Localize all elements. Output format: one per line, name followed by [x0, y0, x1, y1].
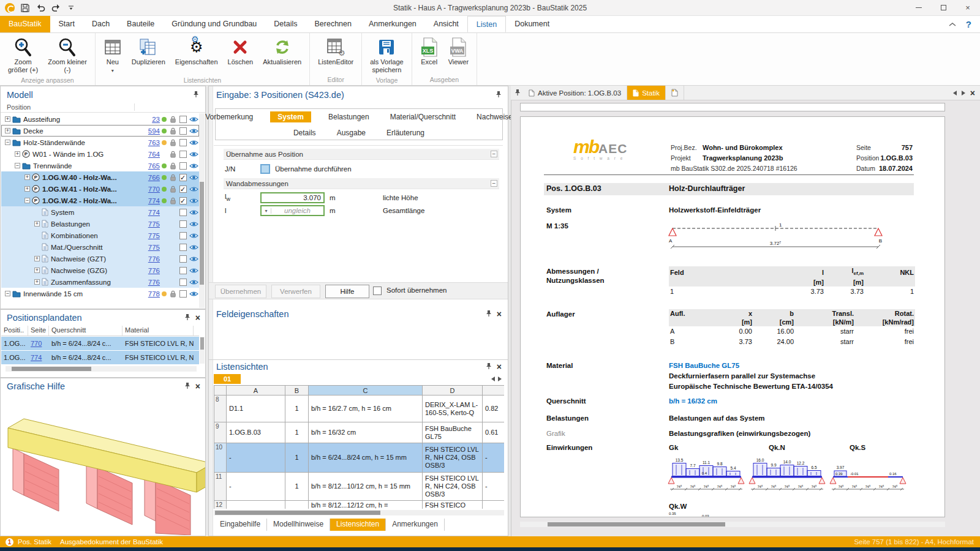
lock-icon[interactable]: [168, 186, 178, 193]
tree-item-decke[interactable]: +Decke594: [1, 125, 199, 137]
doc-tab-scroll-left-icon[interactable]: [953, 91, 957, 96]
lock-icon[interactable]: [168, 162, 178, 170]
sheet-scroll-right-icon[interactable]: [498, 377, 502, 381]
tree-scrollbar[interactable]: [199, 113, 205, 308]
page-link[interactable]: 775: [140, 220, 160, 228]
ribbon-button-aktualisieren[interactable]: Aktualisieren: [258, 35, 306, 67]
positionsplan-col-material[interactable]: Material: [123, 326, 194, 335]
eye-icon[interactable]: [188, 198, 199, 204]
page-link[interactable]: 594: [140, 127, 160, 135]
tree-item-trennw-nde[interactable]: −Trennwände765: [1, 160, 199, 171]
visibility-checkbox[interactable]: [178, 162, 188, 170]
undo-icon[interactable]: [36, 3, 45, 13]
visibility-checkbox[interactable]: [178, 232, 188, 239]
eye-icon[interactable]: [188, 209, 199, 216]
eingabe-tab-belastungen[interactable]: Belastungen: [325, 111, 373, 122]
visibility-checkbox[interactable]: [178, 116, 188, 123]
ribbon-button-excel[interactable]: XLSExcel: [416, 35, 443, 67]
visibility-checkbox[interactable]: [178, 244, 188, 251]
ribbon-button-zoom-gr-er[interactable]: Zoomgrößer (+): [4, 35, 42, 75]
page-link[interactable]: 770: [140, 186, 160, 193]
expand-toggle-icon[interactable]: +: [34, 221, 40, 227]
eingabe-tab-material-querschnitt[interactable]: Material/Querschnitt: [386, 111, 459, 122]
page-link[interactable]: 23: [140, 116, 160, 123]
bottom-tab-eingabehilfe[interactable]: Eingabehilfe: [214, 519, 267, 531]
tree-item-aussteifung[interactable]: +Aussteifung23: [1, 113, 199, 125]
menu-tab-anmerkungen[interactable]: Anmerkungen: [360, 16, 425, 32]
eingabe-tab-ausgabe[interactable]: Ausgabe: [333, 127, 369, 138]
page-link[interactable]: 775: [140, 232, 160, 239]
close-icon[interactable]: ×: [195, 315, 200, 321]
ribbon-button-viewer[interactable]: VWAViewer: [444, 35, 473, 67]
pin-icon[interactable]: [496, 91, 502, 98]
menu-tab-listen[interactable]: Listen: [467, 16, 506, 32]
dropdown-arrow-icon[interactable]: ▾: [111, 68, 114, 73]
tree-item-innenw-nde-15-cm[interactable]: −Innenwände 15 cm778: [1, 288, 199, 299]
page-link[interactable]: 774: [140, 197, 160, 204]
menu-tab-start[interactable]: Start: [50, 16, 83, 32]
eye-icon[interactable]: [188, 221, 199, 227]
sheet-tab-01[interactable]: 01: [214, 374, 241, 384]
uebernahme-checkbox[interactable]: [260, 164, 270, 174]
ribbon-button-l-schen[interactable]: Löschen: [224, 35, 258, 67]
page-link[interactable]: 763: [140, 139, 160, 146]
expand-toggle-icon[interactable]: +: [5, 128, 10, 133]
tree-item-mat-querschnitt[interactable]: Mat./Querschnitt775: [1, 241, 199, 253]
eye-icon[interactable]: [188, 186, 199, 192]
help-icon[interactable]: ?: [966, 19, 971, 29]
sheet-col-C[interactable]: C: [309, 386, 423, 395]
page-link[interactable]: 776: [140, 279, 160, 286]
pin-icon[interactable]: [184, 383, 190, 389]
verwerfen-button[interactable]: Verwerfen: [271, 285, 320, 298]
tree-item-1-og-w-42-holz-wa[interactable]: −P1.OG.W.42 - Holz-Wa...774✓: [1, 195, 199, 206]
sheet-row-11[interactable]: 11-1b/h = 8/12...10/12 cm, h = 15 mmFSH …: [214, 473, 505, 501]
lw-input[interactable]: 3.070: [260, 192, 325, 203]
sheet-col-e[interactable]: [483, 386, 505, 395]
page-link[interactable]: 765: [140, 162, 160, 170]
page-link[interactable]: 776: [140, 255, 160, 263]
ribbon-button-als-vorlage-speichern[interactable]: als Vorlagespeichern: [366, 35, 407, 75]
visibility-checkbox[interactable]: [178, 127, 188, 135]
eye-icon[interactable]: [188, 151, 199, 157]
tree-item-zusammenfassung[interactable]: +Zusammenfassung776: [1, 276, 199, 288]
eye-icon[interactable]: [188, 244, 199, 250]
positionsplan-col-querschnitt[interactable]: Querschnitt: [49, 326, 123, 335]
visibility-checkbox[interactable]: [178, 279, 188, 286]
visibility-checkbox[interactable]: ✓: [178, 186, 188, 193]
expand-toggle-icon[interactable]: +: [34, 256, 40, 261]
ribbon-button-eigenschaften[interactable]: ⚙⚙Eigenschaften: [171, 35, 222, 67]
visibility-checkbox[interactable]: [178, 209, 188, 216]
eye-icon[interactable]: [188, 279, 199, 285]
eye-icon[interactable]: [188, 163, 199, 169]
eingabe-tab-nachweise[interactable]: Nachweise: [473, 111, 516, 122]
eingabe-tab-system[interactable]: System: [270, 111, 311, 122]
redo-icon[interactable]: [51, 3, 61, 13]
sheet-row-12[interactable]: 12b/h = 8/12...12/12 cm, h =FSH STEICO: [214, 501, 505, 509]
positionsplan-row[interactable]: 1.OG...770b/h = 6/24...8/24 c...FSH STEI…: [1, 337, 199, 350]
expand-toggle-icon[interactable]: +: [15, 151, 20, 157]
new-document-tab[interactable]: [666, 86, 684, 100]
menu-tab-baustatik[interactable]: BauStatik: [0, 16, 50, 32]
eye-icon[interactable]: [188, 256, 199, 262]
collapse-icon[interactable]: −: [491, 180, 497, 187]
lock-icon[interactable]: [168, 151, 178, 158]
section-wandabmessungen[interactable]: Wandabmessungen−: [224, 178, 499, 189]
expand-toggle-icon[interactable]: +: [34, 268, 40, 273]
sheet-row-8[interactable]: 8D1.11b/h = 16/2.7 cm, h = 16 cmDERIX_X-…: [214, 395, 505, 422]
sheet-col-D[interactable]: D: [423, 386, 483, 395]
collapse-toggle-icon[interactable]: −: [24, 198, 30, 203]
pin-icon[interactable]: [514, 89, 521, 96]
close-icon[interactable]: ×: [497, 364, 502, 370]
eye-icon[interactable]: [188, 116, 199, 122]
bottom-tab-anmerkungen[interactable]: Anmerkungen: [386, 519, 445, 531]
maximize-button[interactable]: [931, 0, 956, 15]
pin-icon[interactable]: [193, 91, 199, 98]
collapse-ribbon-icon[interactable]: [949, 22, 956, 27]
eingabe-tab-vorbemerkung[interactable]: Vorbemerkung: [202, 111, 257, 122]
eye-icon[interactable]: [188, 140, 199, 146]
sheet-col-A[interactable]: A: [227, 386, 285, 395]
expand-toggle-icon[interactable]: +: [34, 279, 40, 285]
collapse-toggle-icon[interactable]: −: [5, 291, 10, 296]
positionsplan-vscrollbar[interactable]: [200, 337, 205, 364]
tree-item-kombinationen[interactable]: Kombinationen775: [1, 230, 199, 241]
